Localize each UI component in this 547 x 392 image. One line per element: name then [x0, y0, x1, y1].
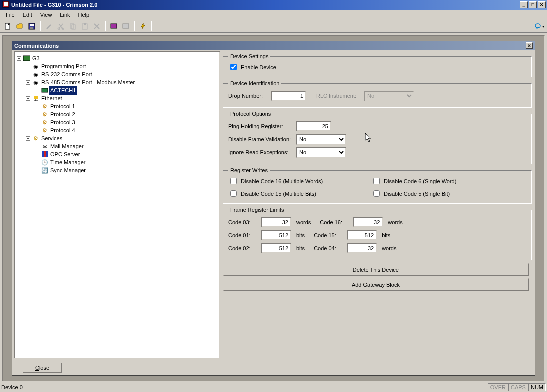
ignore-select[interactable]: No: [296, 148, 346, 158]
code02-input[interactable]: [261, 244, 291, 254]
close-panel-button[interactable]: Close: [22, 362, 62, 374]
disable-code15-checkbox[interactable]: Disable Code 15 (Multiple Bits): [228, 189, 371, 198]
app-icon: [2, 1, 9, 9]
status-text: Device 0: [1, 384, 23, 390]
code16-label: Code 16:: [320, 220, 350, 226]
minimize-button[interactable]: _: [520, 2, 528, 8]
code16-unit: words: [388, 220, 402, 226]
code03-label: Code 03:: [228, 220, 258, 226]
delete-device-button[interactable]: Delete This Device: [223, 264, 529, 276]
save-icon[interactable]: [26, 21, 37, 32]
expand-icon[interactable]: −: [17, 56, 21, 61]
status-caps: CAPS: [508, 384, 528, 392]
enable-device-checkbox[interactable]: Enable Device: [228, 62, 526, 72]
svg-rect-12: [111, 24, 117, 28]
status-num: NUM: [528, 384, 546, 392]
expand-icon[interactable]: −: [26, 136, 30, 141]
svg-rect-15: [23, 56, 30, 61]
paste-icon[interactable]: [79, 21, 90, 32]
device-id-group: Device Identification Drop Number: RLC I…: [223, 80, 532, 108]
code04-input[interactable]: [347, 244, 377, 254]
drop-number-label: Drop Number:: [228, 93, 268, 99]
maximize-button[interactable]: □: [529, 2, 537, 8]
menu-help[interactable]: Help: [75, 11, 93, 19]
enable-device-input[interactable]: [230, 64, 237, 70]
code02-unit: bits: [296, 246, 305, 252]
close-button[interactable]: ✕: [538, 2, 546, 8]
menu-file[interactable]: File: [2, 11, 18, 19]
svg-rect-13: [123, 24, 129, 28]
sync-icon: 🔄: [41, 167, 48, 174]
device-icon: [23, 55, 30, 62]
code03-unit: words: [296, 220, 311, 226]
drop-number-input[interactable]: [271, 91, 306, 101]
ping-input[interactable]: [296, 122, 331, 132]
code02-label: Code 02:: [228, 246, 258, 252]
delete-icon[interactable]: [91, 21, 102, 32]
legend: Protocol Options: [228, 111, 273, 117]
ping-label: Ping Holding Register:: [228, 124, 293, 130]
svg-point-14: [535, 24, 540, 28]
balloon-icon[interactable]: ▾: [534, 21, 545, 32]
menu-edit[interactable]: Edit: [19, 11, 36, 19]
code16-input[interactable]: [353, 218, 383, 228]
lightning-icon[interactable]: [137, 21, 148, 32]
toolbar: ▾: [0, 20, 547, 33]
svg-rect-17: [34, 96, 38, 99]
rlc-label: RLC Instrument:: [316, 93, 361, 99]
port-icon: ◉: [32, 63, 39, 70]
expand-icon[interactable]: −: [26, 80, 30, 85]
communications-window: Communications ✕ − G3 ◉Pr: [12, 41, 535, 376]
protocol-icon: ⚙: [41, 119, 48, 126]
copy-icon[interactable]: [67, 21, 78, 32]
detail-pane: Device Settings Enable Device Device Ide…: [222, 50, 535, 360]
svg-rect-11: [84, 24, 86, 25]
menu-view[interactable]: View: [37, 11, 56, 19]
screen2-icon[interactable]: [120, 21, 131, 32]
disable-code16-checkbox[interactable]: Disable Code 16 (Multiple Words): [228, 176, 371, 186]
panel-titlebar: Communications ✕: [12, 42, 535, 50]
menubar: File Edit View Link Help: [0, 10, 547, 20]
legend: Device Identification: [228, 80, 281, 86]
code15-input[interactable]: [347, 230, 377, 240]
open-icon[interactable]: [14, 21, 25, 32]
tree-pane[interactable]: − G3 ◉Programming Port ◉RS-232 Comms Por…: [14, 52, 220, 359]
disable-code5-checkbox[interactable]: Disable Code 5 (Single Bit): [371, 189, 514, 198]
add-gateway-button[interactable]: Add Gateway Block: [223, 278, 529, 292]
services-icon: ⚙: [32, 135, 39, 142]
cut-icon[interactable]: [55, 21, 66, 32]
code01-input[interactable]: [261, 230, 291, 240]
frame-val-label: Disable Frame Validation:: [228, 136, 293, 142]
code04-label: Code 04:: [314, 246, 344, 252]
svg-rect-1: [4, 2, 8, 6]
protocol-options-group: Protocol Options Ping Holding Register: …: [223, 111, 532, 164]
chip-icon: [41, 87, 48, 94]
screen1-icon[interactable]: [108, 21, 119, 32]
disable-code6-checkbox[interactable]: Disable Code 6 (Single Word): [371, 176, 514, 186]
edit-icon[interactable]: [43, 21, 54, 32]
expand-icon[interactable]: −: [26, 96, 30, 101]
port-icon: ◉: [32, 79, 39, 86]
new-icon[interactable]: [2, 21, 13, 32]
tree-item[interactable]: Sync Manager: [49, 166, 87, 175]
svg-rect-4: [30, 24, 34, 26]
code01-label: Code 01:: [228, 232, 258, 238]
legend: Frame Register Limits: [228, 207, 286, 213]
code01-unit: bits: [296, 232, 305, 238]
protocol-icon: ⚙: [41, 111, 48, 118]
window-title: Untitled File - G310 - Crimson 2.0: [11, 2, 97, 8]
ethernet-icon: [32, 95, 39, 102]
code15-label: Code 15:: [314, 232, 344, 238]
frame-val-select[interactable]: No: [296, 134, 346, 145]
svg-rect-16: [42, 88, 48, 92]
menu-link[interactable]: Link: [56, 11, 73, 19]
opc-icon: [41, 151, 48, 158]
protocol-icon: ⚙: [41, 103, 48, 110]
device-settings-group: Device Settings Enable Device: [223, 54, 532, 78]
mail-icon: ✉: [41, 143, 48, 150]
time-icon: 🕓: [41, 159, 48, 166]
code03-input[interactable]: [261, 218, 291, 228]
protocol-icon: ⚙: [41, 127, 48, 134]
tree-root[interactable]: G3: [31, 54, 41, 63]
panel-close-button[interactable]: ✕: [526, 42, 533, 49]
